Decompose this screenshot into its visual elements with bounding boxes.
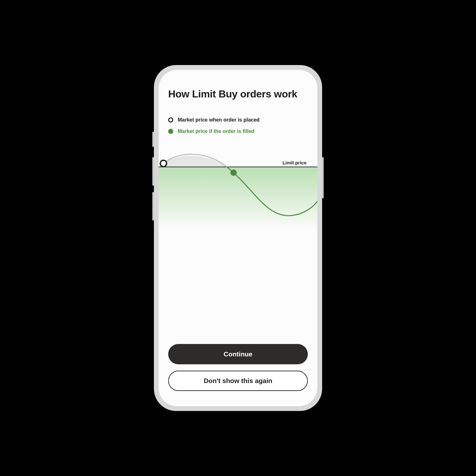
screen: How Limit Buy orders work Market price w… bbox=[159, 70, 317, 406]
limit-price-label: Limit price bbox=[282, 160, 307, 165]
mute-switch bbox=[152, 132, 154, 147]
phone-frame: How Limit Buy orders work Market price w… bbox=[154, 65, 322, 411]
footer-actions: Continue Don't show this again bbox=[159, 344, 317, 406]
filled-marker-icon bbox=[230, 169, 237, 176]
legend-filled-label: Market price if the order is filled bbox=[178, 129, 255, 134]
price-chart: Limit price bbox=[168, 152, 308, 241]
legend-filled: Market price if the order is filled bbox=[168, 129, 308, 134]
legend-placed: Market price when order is placed bbox=[168, 117, 308, 123]
volume-down-button bbox=[152, 192, 154, 221]
page-title: How Limit Buy orders work bbox=[168, 88, 308, 100]
placed-marker-icon bbox=[160, 160, 167, 167]
filled-circle-icon bbox=[168, 129, 173, 134]
legend-placed-label: Market price when order is placed bbox=[178, 117, 260, 123]
chart-svg bbox=[159, 152, 317, 241]
power-button bbox=[322, 157, 324, 198]
legend: Market price when order is placed Market… bbox=[168, 117, 308, 134]
dont-show-again-button[interactable]: Don't show this again bbox=[168, 371, 308, 391]
hollow-circle-icon bbox=[168, 117, 173, 122]
continue-button[interactable]: Continue bbox=[168, 344, 308, 364]
volume-up-button bbox=[152, 157, 154, 186]
